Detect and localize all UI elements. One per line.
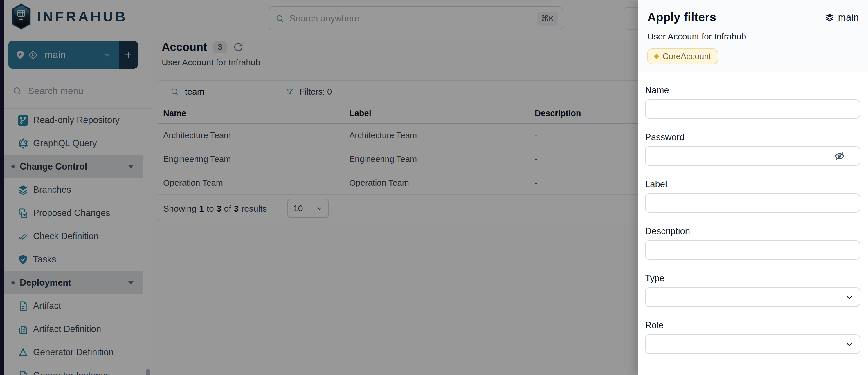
role-select[interactable] [645, 334, 860, 354]
description-field[interactable] [645, 240, 860, 260]
drawer-form: Name Password [638, 85, 868, 354]
field-label: Name [645, 85, 860, 95]
kind-badge: CoreAccount [647, 49, 718, 64]
name-field[interactable] [645, 99, 860, 119]
field-name: Name [645, 85, 860, 119]
modal-overlay[interactable] [0, 0, 638, 375]
field-label: Label [645, 179, 860, 190]
chevron-down-icon [845, 340, 854, 349]
drawer-branch-indicator[interactable]: main [825, 12, 859, 23]
drawer-header: Apply filters main User Account for Infr… [638, 0, 868, 72]
field-label: Description [645, 226, 860, 237]
label-field[interactable] [645, 193, 860, 213]
drawer-subtitle: User Account for Infrahub [647, 32, 859, 41]
apply-filters-drawer: Apply filters main User Account for Infr… [638, 0, 868, 375]
layers-icon [825, 13, 834, 22]
field-password: Password [645, 132, 860, 166]
type-select[interactable] [645, 287, 860, 307]
drawer-title: Apply filters [647, 10, 716, 24]
field-label: Role [645, 320, 860, 331]
field-label: Type [645, 273, 860, 284]
chevron-down-icon [845, 293, 854, 302]
field-description: Description [645, 226, 860, 260]
drawer-branch-name: main [838, 12, 859, 23]
password-field[interactable] [645, 146, 860, 166]
field-label: Password [645, 132, 860, 143]
kind-badge-label: CoreAccount [662, 52, 711, 61]
field-role: Role [645, 320, 860, 354]
eye-off-icon[interactable] [834, 151, 845, 162]
field-type: Type [645, 273, 860, 307]
badge-dot-icon [654, 54, 659, 59]
field-label-field: Label [645, 179, 860, 213]
infrahub-app: INFRAHUB main [0, 0, 868, 375]
